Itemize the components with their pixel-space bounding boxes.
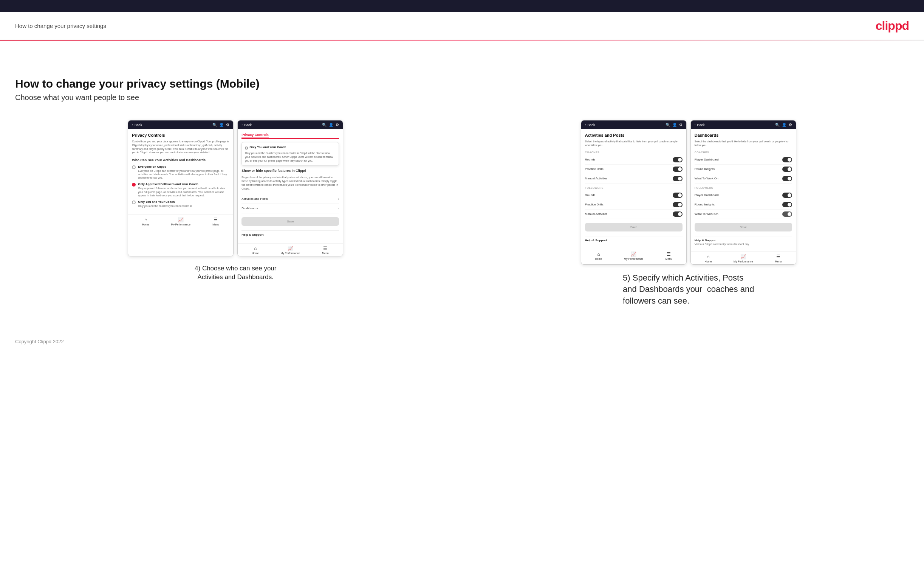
screen2-activities-link[interactable]: Activities and Posts › [241,195,339,204]
screen3-nav: ‹ Back 🔍 👤 ⚙ [581,121,686,129]
menu-icon-2: ☰ [323,246,327,251]
screen2-dashboards-link[interactable]: Dashboards › [241,204,339,213]
screen3-followers-rounds: Rounds [585,191,683,200]
followers-work-on-toggle[interactable] [782,211,792,217]
menu-icon-3: ☰ [667,251,671,257]
screen4-body: Dashboards Select the dashboards that yo… [691,129,796,251]
coaches-drills-toggle[interactable] [673,166,683,172]
radio-approved[interactable]: Only Approved Followers and Your Coach O… [132,182,229,197]
screen4-followers-work-on: What To Work On [695,210,792,219]
screen3-coaches-label: COACHES [585,151,683,154]
tab-performance-2[interactable]: 📈 My Performance [273,243,308,256]
followers-drills-toggle[interactable] [673,202,683,207]
header-divider [0,40,924,41]
tooltip-text: Only you and the coaches you connect wit… [245,152,336,162]
screen4-save-button[interactable]: Save [695,223,792,232]
screen2-tooltip: Only You and Your Coach Only you and the… [241,142,339,166]
search-icon[interactable]: 🔍 [212,123,217,127]
screen2-back[interactable]: ‹ Back [241,123,252,127]
screen1-section-title: Privacy Controls [132,133,229,137]
screen3-section-desc: Select the types of activity that you'd … [585,140,683,147]
radio-only-coach[interactable]: Only You and Your Coach Only you and the… [132,200,229,208]
search-icon-4[interactable]: 🔍 [775,123,780,127]
screen4-section-desc: Select the dashboards that you'd like to… [695,140,792,147]
settings-icon-2[interactable]: ⚙ [336,123,339,127]
tab-performance-3[interactable]: 📈 My Performance [616,249,651,262]
tab-performance-4[interactable]: 📈 My Performance [725,252,761,264]
coaches-work-on-toggle[interactable] [782,176,792,181]
screen3-coaches-rounds: Rounds [585,155,683,164]
screen1-back[interactable]: ‹ Back [132,123,142,127]
search-icon-3[interactable]: 🔍 [666,123,670,127]
menu-icon-4: ☰ [776,254,780,259]
screen4-coaches-round-insights: Round Insights [695,164,792,174]
tab-menu-label-2: Menu [322,252,329,255]
person-icon-2[interactable]: 👤 [329,123,333,127]
followers-round-insights-toggle[interactable] [782,202,792,207]
screen3-back[interactable]: ‹ Back [585,123,595,127]
dashboards-label: Dashboards [241,206,258,210]
tab-home-4[interactable]: ⌂ Home [691,252,726,264]
home-icon-2: ⌂ [254,246,257,251]
tab-home-label-3: Home [595,258,603,260]
screen2-help-section: Help & Support [241,230,339,239]
settings-icon-3[interactable]: ⚙ [679,123,683,127]
screen1-nav: ‹ Back 🔍 👤 ⚙ [128,121,233,129]
back-label-2: Back [244,123,252,127]
radio-label-1: Everyone on Clippd [138,165,229,168]
screenshots-row: ‹ Back 🔍 👤 ⚙ Privacy Controls Control ho… [15,120,909,307]
screen2-save-button[interactable]: Save [241,217,339,226]
followers-player-dash-toggle[interactable] [782,193,792,198]
followers-drills-label: Practice Drills [585,203,604,206]
followers-manual-toggle[interactable] [673,211,683,217]
coaches-manual-toggle[interactable] [673,176,683,181]
coaches-manual-label: Manual Activities [585,177,608,180]
coaches-rounds-label: Rounds [585,158,596,161]
coaches-player-dash-label: Player Dashboard [695,158,719,161]
radio-desc-2: Only approved followers and coaches you … [138,187,229,197]
person-icon-3[interactable]: 👤 [672,123,677,127]
screen3-save-button[interactable]: Save [585,223,683,232]
coaches-rounds-toggle[interactable] [673,157,683,162]
settings-icon-4[interactable]: ⚙ [789,123,792,127]
screen4-nav-icons: 🔍 👤 ⚙ [775,123,792,127]
screen4-help-title: Help & Support [695,239,792,242]
tab-menu-4[interactable]: ☰ Menu [761,252,796,264]
screen1-subtitle: Who Can See Your Activities and Dashboar… [132,158,229,162]
coaches-round-insights-toggle[interactable] [782,166,792,172]
radio-everyone[interactable]: Everyone on Clippd Everyone on Clippd ca… [132,165,229,179]
tab-home-3[interactable]: ⌂ Home [581,249,616,262]
tab-performance-1[interactable]: 📈 My Performance [163,215,199,227]
coaches-player-dash-toggle[interactable] [782,157,792,162]
radio-circle-1 [132,165,136,169]
coaches-work-on-label: What To Work On [695,177,719,180]
chart-icon-3: 📈 [631,251,636,257]
screen2-tab-label[interactable]: Privacy Controls [241,133,269,137]
tab-home-2[interactable]: ⌂ Home [238,243,273,256]
screen1-tabbar: ⌂ Home 📈 My Performance ☰ Menu [128,214,233,227]
tab-menu-2[interactable]: ☰ Menu [308,243,343,256]
tooltip-radio [245,147,248,150]
search-icon-2[interactable]: 🔍 [322,123,326,127]
screen3-followers-manual: Manual Activities [585,210,683,219]
followers-rounds-toggle[interactable] [673,193,683,198]
person-icon-4[interactable]: 👤 [782,123,787,127]
screen3-followers-label: FOLLOWERS [585,187,683,189]
tab-menu-1[interactable]: ☰ Menu [199,215,234,227]
tab-menu-label-3: Menu [666,258,672,260]
screen4-followers-player: Player Dashboard [695,191,792,200]
screen2-tabbar: ⌂ Home 📈 My Performance ☰ Menu [238,243,343,256]
settings-icon[interactable]: ⚙ [226,123,229,127]
screen2-nav: ‹ Back 🔍 👤 ⚙ [238,121,343,129]
header: How to change your privacy settings clip… [0,12,924,40]
menu-icon-1: ☰ [213,217,218,222]
tab-home-1[interactable]: ⌂ Home [128,215,163,227]
person-icon[interactable]: 👤 [219,123,224,127]
back-label-3: Back [587,123,595,127]
screen2-show-hide-text: Regardless of the privacy controls that … [241,176,339,190]
page-title: How to change your privacy settings (Mob… [15,77,909,90]
screen4-back[interactable]: ‹ Back [695,123,705,127]
back-label: Back [134,123,142,127]
footer: Copyright Clippd 2022 [0,330,924,353]
tab-menu-3[interactable]: ☰ Menu [651,249,686,262]
